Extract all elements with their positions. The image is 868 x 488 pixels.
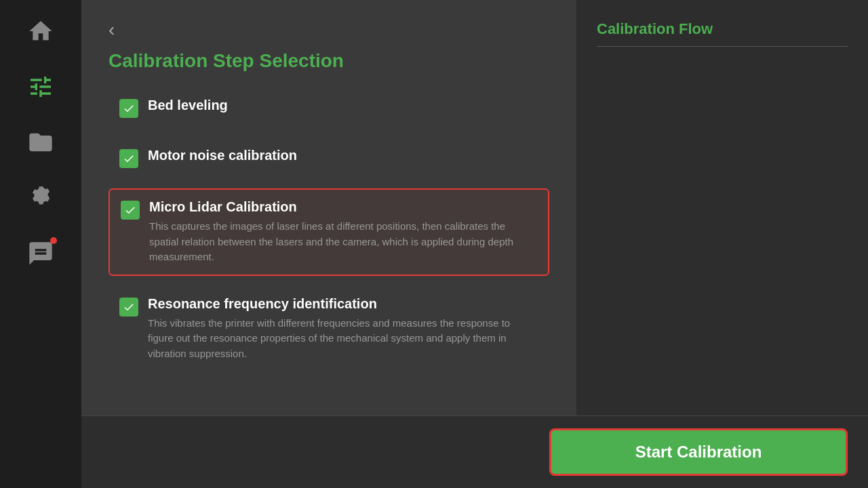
right-panel: Calibration Flow [576, 0, 868, 415]
start-calibration-button[interactable]: Start Calibration [549, 428, 848, 476]
step-motor-noise[interactable]: Motor noise calibration [108, 138, 549, 178]
step-bed-leveling-text: Bed leveling [148, 98, 228, 117]
top-area: ‹ Calibration Step Selection Bed levelin… [81, 0, 868, 415]
step-motor-noise-label: Motor noise calibration [148, 148, 297, 163]
step-micro-lidar[interactable]: Micro Lidar Calibration This captures th… [108, 188, 549, 276]
step-micro-lidar-label: Micro Lidar Calibration [149, 199, 529, 215]
bottom-area: Start Calibration [81, 415, 868, 488]
step-micro-lidar-desc: This captures the images of laser lines … [149, 219, 529, 265]
step-resonance[interactable]: Resonance frequency identification This … [108, 287, 549, 371]
sidebar-item-calibration[interactable] [23, 69, 58, 104]
step-bed-leveling[interactable]: Bed leveling [108, 88, 549, 127]
sidebar-item-settings[interactable] [23, 180, 58, 216]
checkbox-bed-leveling[interactable] [119, 99, 138, 118]
back-button[interactable]: ‹ [108, 20, 115, 39]
sidebar-item-home[interactable] [23, 14, 58, 49]
flow-divider [597, 46, 848, 47]
checkbox-micro-lidar[interactable] [121, 201, 140, 220]
step-resonance-desc: This vibrates the printer with different… [148, 316, 528, 362]
step-bed-leveling-label: Bed leveling [148, 98, 228, 113]
sidebar [0, 0, 81, 488]
main-content: ‹ Calibration Step Selection Bed levelin… [81, 0, 868, 488]
checkbox-motor-noise[interactable] [119, 149, 138, 168]
sidebar-item-messages[interactable] [23, 236, 58, 271]
step-motor-noise-text: Motor noise calibration [148, 148, 297, 167]
step-resonance-label: Resonance frequency identification [148, 296, 528, 312]
flow-title: Calibration Flow [597, 20, 848, 38]
step-micro-lidar-text: Micro Lidar Calibration This captures th… [149, 199, 529, 265]
checkbox-resonance[interactable] [119, 298, 138, 317]
notification-dot [50, 237, 57, 244]
panel-title: Calibration Step Selection [108, 50, 549, 72]
step-resonance-text: Resonance frequency identification This … [148, 296, 528, 362]
sidebar-item-files[interactable] [23, 125, 58, 160]
left-panel: ‹ Calibration Step Selection Bed levelin… [81, 0, 576, 415]
